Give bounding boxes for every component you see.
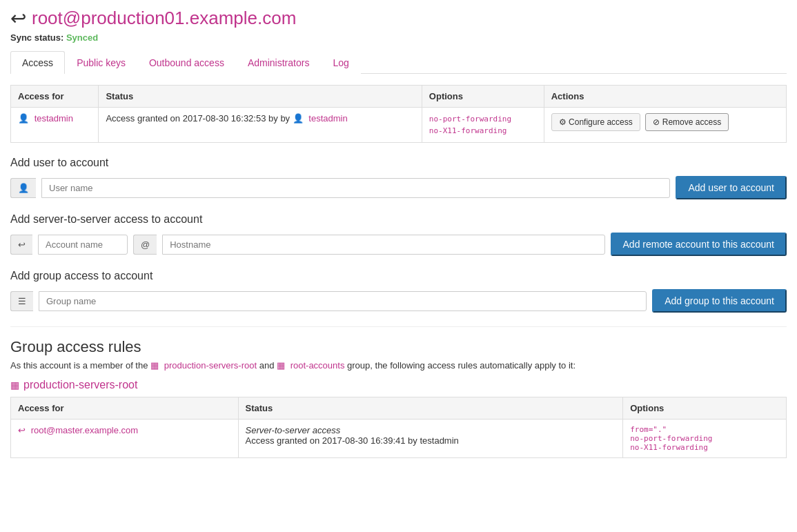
account-name-input[interactable]	[38, 235, 128, 255]
tab-administrators[interactable]: Administrators	[236, 51, 321, 74]
col-access-for: Access for	[11, 86, 99, 108]
add-server-row: ↩ @ Add remote account to this account	[10, 233, 787, 256]
options-cell: no-port-forwarding no-X11-forwarding	[422, 108, 544, 143]
grp-options-cell: from="." no-port-forwarding no-X11-forwa…	[623, 420, 787, 458]
group-name-input[interactable]	[39, 291, 647, 311]
col-status: Status	[99, 86, 422, 108]
grp-option-3: no-X11-forwarding	[630, 443, 779, 452]
status-cell: Access granted on 2017-08-30 16:32:53 by…	[99, 108, 422, 143]
grp-col-status: Status	[238, 397, 623, 420]
add-user-row: 👤 Add user to account	[10, 176, 787, 199]
group2-icon: ▦	[277, 360, 285, 371]
production-servers-heading: ▦ production-servers-root	[10, 379, 787, 391]
desc-pre: As this account is a member of the	[10, 360, 148, 371]
group1-icon: ▦	[150, 360, 159, 371]
page-header: ↩ root@production01.example.com	[10, 7, 787, 30]
status-text: Access granted on 2017-08-30 16:32:53 by	[106, 113, 277, 124]
grp-option-1: from="."	[630, 425, 779, 434]
grp-option-2: no-port-forwarding	[630, 434, 779, 443]
configure-access-button[interactable]: ⚙ Configure access	[551, 113, 640, 131]
access-type: Server-to-server access	[246, 425, 616, 435]
user-icon: 👤	[18, 113, 29, 124]
group-addon-icon: ☰	[10, 291, 33, 311]
add-user-button[interactable]: Add user to account	[676, 176, 787, 199]
grp-access-for-cell: ↩ root@master.example.com	[11, 420, 239, 458]
user-addon-icon: 👤	[10, 178, 36, 198]
at-icon: @	[133, 235, 157, 255]
tab-outbound-access[interactable]: Outbound access	[137, 51, 236, 74]
add-group-button[interactable]: Add group to this account	[652, 289, 787, 313]
add-server-title: Add server-to-server access to account	[10, 213, 787, 226]
tab-log[interactable]: Log	[321, 51, 360, 74]
grp-status-text: Access granted on 2017-08-30 16:39:41 by…	[246, 435, 616, 446]
group-access-rules-section: Group access rules As this account is a …	[10, 338, 787, 458]
group2-link[interactable]: root-accounts	[291, 360, 345, 371]
access-for-cell: 👤 testadmin	[11, 108, 99, 143]
grp-status-cell: Server-to-server access Access granted o…	[238, 420, 623, 458]
page-title: root@production01.example.com	[32, 8, 296, 29]
granted-by-link[interactable]: testadmin	[308, 113, 347, 124]
add-user-section: Add user to account 👤 Add user to accoun…	[10, 157, 787, 199]
actions-cell: ⚙ Configure access ⊘ Remove access	[544, 108, 786, 143]
server-link[interactable]: root@master.example.com	[31, 425, 139, 435]
add-server-section: Add server-to-server access to account ↩…	[10, 213, 787, 256]
hostname-input[interactable]	[162, 235, 604, 255]
sync-status-value: Synced	[66, 32, 98, 43]
group-section-icon: ▦	[10, 380, 19, 391]
add-group-title: Add group access to account	[10, 270, 787, 282]
group-rules-title: Group access rules	[10, 338, 787, 356]
group-access-table: Access for Status Options ↩ root@master.…	[10, 397, 787, 458]
option-badge-1: no-port-forwarding	[429, 115, 511, 124]
col-actions: Actions	[544, 86, 786, 108]
section-divider	[10, 326, 787, 327]
sync-status-bar: Sync status: Synced	[10, 32, 787, 43]
access-table: Access for Status Options Actions 👤 test…	[10, 85, 787, 143]
col-options: Options	[422, 86, 544, 108]
group-rules-desc: As this account is a member of the ▦ pro…	[10, 360, 787, 371]
table-row: 👤 testadmin Access granted on 2017-08-30…	[11, 108, 787, 143]
add-group-row: ☰ Add group to this account	[10, 289, 787, 313]
grp-col-options: Options	[623, 397, 787, 420]
user-link[interactable]: testadmin	[35, 113, 73, 124]
add-remote-account-button[interactable]: Add remote account to this account	[611, 233, 787, 256]
group1-link[interactable]: production-servers-root	[164, 360, 257, 371]
tab-access[interactable]: Access	[10, 51, 65, 74]
production-servers-link[interactable]: production-servers-root	[23, 379, 137, 391]
account-icon: ↩	[10, 7, 26, 30]
granted-by-icon: 👤	[293, 113, 304, 124]
option-badge-2: no-X11-forwarding	[429, 126, 507, 135]
tabs-nav: Access Public keys Outbound access Admin…	[10, 51, 787, 74]
sync-status-label: Sync status:	[10, 32, 63, 43]
user-name-input[interactable]	[41, 178, 670, 198]
add-group-section: Add group access to account ☰ Add group …	[10, 270, 787, 313]
remove-access-button[interactable]: ⊘ Remove access	[645, 113, 729, 131]
tab-public-keys[interactable]: Public keys	[65, 51, 137, 74]
server-addon-icon: ↩	[10, 235, 32, 255]
server-icon: ↩	[18, 425, 26, 435]
by-text: by	[280, 113, 292, 124]
add-user-title: Add user to account	[10, 157, 787, 169]
group-table-row: ↩ root@master.example.com Server-to-serv…	[11, 420, 787, 458]
grp-col-access-for: Access for	[11, 397, 239, 420]
